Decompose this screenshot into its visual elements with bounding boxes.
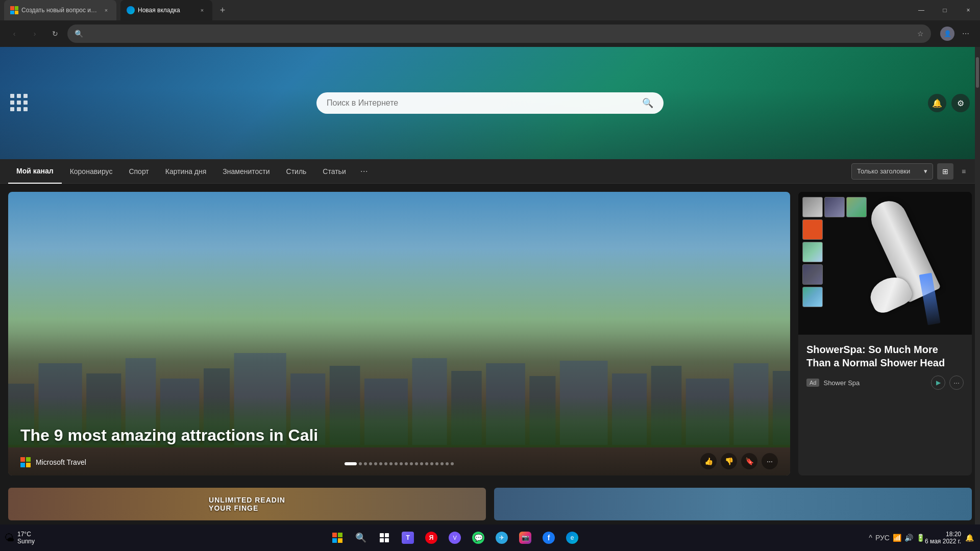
- forward-button[interactable]: ›: [27, 26, 43, 42]
- dot-13[interactable]: [415, 462, 418, 465]
- view-grid-button[interactable]: ⊞: [937, 163, 953, 180]
- maximize-button[interactable]: □: [933, 0, 957, 20]
- like-button[interactable]: 👍: [700, 453, 717, 469]
- dot-12[interactable]: [410, 462, 413, 465]
- cat-celebrities[interactable]: Знаменитости: [214, 159, 278, 184]
- dot-7[interactable]: [384, 462, 387, 465]
- back-button[interactable]: ‹: [6, 26, 22, 42]
- tab2-close[interactable]: ×: [198, 6, 206, 14]
- svg-rect-27: [385, 538, 389, 542]
- tab1-title: Создать новый вопрос или нач...: [21, 7, 99, 14]
- dot-20[interactable]: [451, 462, 454, 465]
- svg-rect-22: [332, 538, 337, 543]
- dot-2[interactable]: [359, 462, 362, 465]
- bottom-card-1[interactable]: UNLIMITED READINYOUR FINGE: [8, 488, 486, 520]
- tray-lang[interactable]: РУС: [875, 534, 890, 542]
- ad-more-button[interactable]: ···: [949, 375, 964, 390]
- dot-11[interactable]: [405, 462, 408, 465]
- cat-articles[interactable]: Статьи: [314, 159, 354, 184]
- weather-icon: 🌤: [4, 532, 14, 544]
- address-bar[interactable]: 🔍 ☆: [67, 24, 931, 43]
- chevron-down-icon: ▾: [924, 167, 927, 175]
- taskbar-edge-button[interactable]: e: [562, 528, 582, 548]
- hero-search-input[interactable]: [327, 98, 637, 108]
- dot-9[interactable]: [395, 462, 398, 465]
- more-button[interactable]: ⋯: [958, 26, 974, 42]
- thumb-2: [824, 197, 845, 217]
- taskbar-weather[interactable]: 🌤 17°C Sunny: [4, 531, 35, 545]
- article-more-button[interactable]: ···: [762, 453, 778, 469]
- dot-6[interactable]: [379, 462, 382, 465]
- dot-16[interactable]: [430, 462, 433, 465]
- dot-17[interactable]: [435, 462, 438, 465]
- new-tab-button[interactable]: +: [214, 2, 231, 18]
- ad-play-button[interactable]: ▶: [931, 375, 945, 390]
- favorites-icon[interactable]: ☆: [917, 30, 924, 38]
- dot-3[interactable]: [364, 462, 367, 465]
- dot-15[interactable]: [425, 462, 428, 465]
- tray-notification[interactable]: 🔔: [965, 534, 974, 542]
- taskbar-search-button[interactable]: 🔍: [351, 528, 371, 548]
- tray-expand[interactable]: ^: [869, 534, 872, 542]
- dot-18[interactable]: [440, 462, 444, 465]
- hero-search-box[interactable]: 🔍: [316, 92, 664, 114]
- cat-sport[interactable]: Спорт: [120, 159, 157, 184]
- hero-settings-button[interactable]: ⚙: [951, 94, 970, 112]
- tab-1[interactable]: Создать новый вопрос или нач... ×: [4, 0, 116, 20]
- category-nav: Мой канал Коронавирус Спорт Картина дня …: [0, 159, 980, 184]
- dot-5[interactable]: [374, 462, 377, 465]
- hero-section: 🔍 🔔 ⚙: [0, 47, 980, 159]
- taskbar-clock[interactable]: 18:20 6 мая 2022 г.: [925, 531, 961, 545]
- view-list-button[interactable]: ≡: [955, 163, 972, 180]
- dot-10[interactable]: [400, 462, 403, 465]
- tab-2[interactable]: Новая вкладка ×: [120, 0, 212, 20]
- taskbar-viber-button[interactable]: V: [445, 528, 465, 548]
- minimize-button[interactable]: —: [910, 0, 933, 20]
- cat-more-button[interactable]: ···: [354, 166, 374, 177]
- filter-select[interactable]: Только заголовки ▾: [851, 163, 933, 180]
- taskbar-instagram-button[interactable]: 📷: [515, 528, 535, 548]
- dislike-button[interactable]: 👎: [721, 453, 737, 469]
- dot-8[interactable]: [389, 462, 393, 465]
- windows-start-button[interactable]: [327, 528, 348, 548]
- refresh-button[interactable]: ↻: [47, 26, 63, 42]
- dot-4[interactable]: [369, 462, 372, 465]
- bottom-card-2[interactable]: [494, 488, 972, 520]
- bookmark-button[interactable]: 🔖: [741, 453, 757, 469]
- taskbar-facebook-button[interactable]: f: [538, 528, 559, 548]
- featured-title: The 9 most amazing attractions in Cali: [20, 425, 778, 445]
- close-button[interactable]: ×: [957, 0, 980, 20]
- cat-my-channel[interactable]: Мой канал: [8, 159, 62, 184]
- title-bar: Создать новый вопрос или нач... × Новая …: [0, 0, 980, 20]
- taskbar-whatsapp-button[interactable]: 💬: [468, 528, 488, 548]
- thumb-1: [802, 197, 823, 217]
- cat-coronavirus[interactable]: Коронавирус: [62, 159, 121, 184]
- profile-button[interactable]: 👤: [939, 26, 955, 42]
- hero-search-button[interactable]: 🔍: [642, 97, 653, 109]
- cat-picture-of-day[interactable]: Картина дня: [157, 159, 215, 184]
- apps-grid-button[interactable]: [10, 94, 29, 112]
- taskbar-telegram-button[interactable]: ✈: [492, 528, 512, 548]
- taskbar-teams-button[interactable]: T: [398, 528, 418, 548]
- cat-style[interactable]: Стиль: [278, 159, 315, 184]
- dot-14[interactable]: [420, 462, 423, 465]
- tray-battery[interactable]: 🔋: [916, 534, 925, 542]
- taskbar-yandex-button[interactable]: Я: [421, 528, 442, 548]
- microsoft-logo: [20, 457, 31, 467]
- dot-19[interactable]: [446, 462, 449, 465]
- tray-wifi[interactable]: 📶: [893, 534, 901, 542]
- hero-content: 🔍 🔔 ⚙: [0, 47, 980, 159]
- shower-ad-visual: [798, 192, 972, 335]
- view-toggle: ⊞ ≡: [937, 163, 972, 180]
- address-input[interactable]: [87, 30, 913, 38]
- notification-button[interactable]: 🔔: [928, 94, 946, 112]
- dot-1[interactable]: [345, 462, 357, 465]
- taskbar-taskview-button[interactable]: [374, 528, 395, 548]
- tray-volume[interactable]: 🔊: [904, 534, 913, 542]
- nav-right-icons: 👤 ⋯: [939, 26, 974, 42]
- featured-article[interactable]: The 9 most amazing attractions in Cali M…: [8, 192, 790, 475]
- weather-text: 17°C Sunny: [17, 531, 35, 545]
- tab1-close[interactable]: ×: [102, 6, 110, 14]
- tab2-favicon: [127, 6, 135, 14]
- ad-source-name: Shower Spa: [823, 379, 927, 387]
